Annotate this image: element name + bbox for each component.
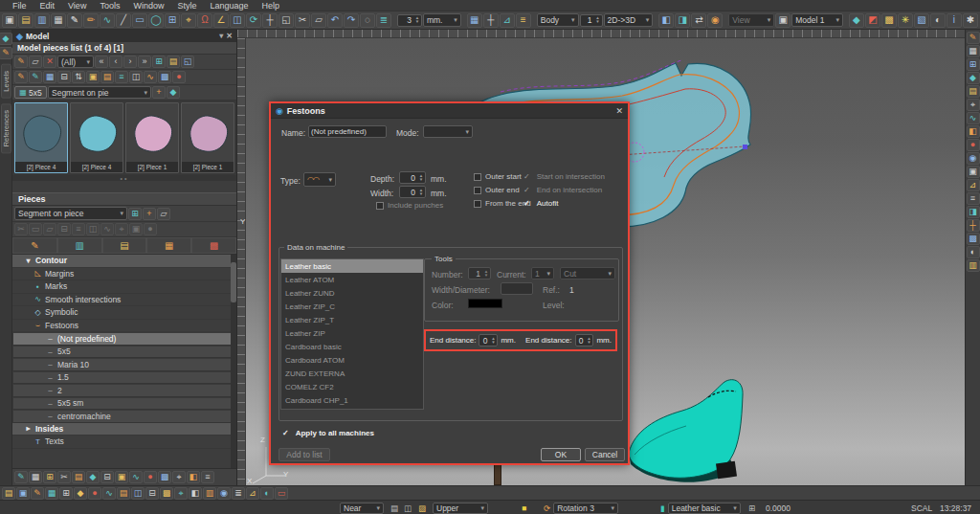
dot-tool-icon[interactable]: ●: [144, 223, 157, 235]
rectangle-icon[interactable]: ▭: [132, 13, 147, 28]
prev-piece-icon[interactable]: ‹: [109, 56, 122, 68]
machine-item[interactable]: Leather basic: [281, 259, 423, 273]
apply-all-machines-checkbox[interactable]: Apply to all machines: [282, 429, 374, 437]
box-icon[interactable]: ▣: [967, 166, 980, 178]
from-end-checkbox[interactable]: From the end: [474, 199, 531, 208]
status-columns-icon[interactable]: ◫: [404, 502, 412, 514]
wave-tool-icon[interactable]: ∿: [100, 223, 114, 235]
piece-thumbnail[interactable]: [2] Piece 1: [125, 102, 179, 173]
spinner-arrows-icon[interactable]: [417, 189, 425, 196]
grid-icon[interactable]: ▦: [967, 45, 980, 57]
status-list-icon[interactable]: ▤: [390, 502, 398, 514]
cut-dropdown[interactable]: Cut: [560, 267, 615, 279]
piece-filter-dropdown[interactable]: (All): [57, 56, 94, 68]
list-icon[interactable]: ▤: [967, 85, 980, 98]
wave-icon[interactable]: ∿: [967, 112, 980, 124]
spinner-arrows-icon[interactable]: [417, 174, 425, 182]
status-layer-icon[interactable]: ■: [522, 502, 526, 514]
snap-icon[interactable]: ⊞: [967, 58, 980, 71]
pencil-icon[interactable]: ✎: [67, 13, 82, 28]
lines-icon[interactable]: ≡: [967, 192, 980, 205]
type-dropdown[interactable]: ◠◠: [303, 172, 336, 187]
target-icon[interactable]: ⌖: [172, 471, 186, 483]
checkbox-icon[interactable]: [376, 202, 384, 210]
grid-tab-icon[interactable]: ▦: [146, 237, 191, 254]
mode-dropdown[interactable]: [423, 125, 473, 138]
grid-gray-icon[interactable]: ▦: [29, 471, 42, 483]
hatch-yellow-icon[interactable]: ▩: [160, 487, 173, 500]
tree-item[interactable]: ◇ Symbolic: [12, 306, 236, 320]
list-orange-icon[interactable]: ▤: [117, 487, 130, 500]
machine-item[interactable]: Leather ZIP: [281, 326, 423, 340]
copies-spinner[interactable]: 1: [580, 14, 603, 27]
wave-teal-icon[interactable]: ∿: [129, 471, 143, 483]
sync-views-icon[interactable]: ⇄: [691, 13, 706, 28]
grid-size-button[interactable]: ▦ 5x5: [14, 86, 47, 99]
diamond-icon[interactable]: ◆: [86, 471, 100, 483]
save-icon[interactable]: ▥: [34, 13, 50, 28]
grid-snap-icon[interactable]: ⊞: [165, 13, 180, 28]
menu-item[interactable]: Window: [126, 1, 170, 11]
tree-item[interactable]: ▾ Contour: [12, 255, 236, 268]
end-on-intersection-option[interactable]: End on intersection: [523, 186, 602, 194]
dialog-close-icon[interactable]: ✕: [615, 106, 623, 116]
menu-item[interactable]: Language: [203, 1, 255, 11]
shading-icon[interactable]: ◐: [930, 13, 946, 28]
folder-icon[interactable]: ▤: [2, 487, 15, 500]
last-piece-icon[interactable]: »: [138, 56, 151, 68]
scale-icon[interactable]: ◱: [278, 13, 294, 28]
settings-icon[interactable]: ✱: [963, 13, 978, 28]
view-2d-icon[interactable]: ◧: [658, 13, 674, 28]
units-dropdown[interactable]: mm.: [423, 13, 461, 27]
half2-icon[interactable]: ◨: [967, 206, 980, 218]
box-blue-icon[interactable]: ▣: [16, 487, 30, 500]
columns-tab-icon[interactable]: ▥: [57, 237, 102, 254]
body-dropdown[interactable]: Body: [537, 13, 579, 27]
model-tab-icon[interactable]: ◆: [0, 33, 12, 45]
duplicate-piece-icon[interactable]: ▱: [29, 56, 42, 68]
line-icon[interactable]: ╱: [116, 13, 131, 28]
menu-item[interactable]: Help: [255, 1, 286, 11]
machine-item[interactable]: Leather ZIP_C: [281, 300, 423, 313]
machine-item[interactable]: ZUND EXTERNA: [281, 367, 423, 380]
zoom-icon[interactable]: ◌: [360, 13, 375, 28]
autofit-option[interactable]: Autofit: [523, 199, 558, 208]
point-icon[interactable]: ●: [172, 71, 186, 83]
width-diameter-input[interactable]: [501, 282, 533, 295]
machine-item[interactable]: Leather ATOM: [281, 273, 423, 286]
target-tool-icon[interactable]: ⌖: [115, 223, 128, 235]
add-to-list-button[interactable]: Add to list: [278, 448, 330, 461]
add-segment-icon[interactable]: +: [152, 86, 166, 99]
offset-spinner[interactable]: 3: [397, 14, 422, 27]
rect-tool-icon[interactable]: ▭: [29, 223, 42, 235]
draw-tab-icon[interactable]: ✎: [12, 237, 57, 254]
minus-tool-icon[interactable]: ⊟: [57, 223, 71, 235]
cut-icon[interactable]: ✂: [57, 471, 71, 483]
depth-spinner[interactable]: 0: [399, 171, 426, 184]
shade-icon[interactable]: ◐: [260, 487, 274, 500]
machine-item[interactable]: Cardboard basic: [281, 340, 423, 353]
stack-icon[interactable]: ≣: [232, 487, 245, 500]
texture-icon[interactable]: ▩: [881, 13, 897, 28]
camera-icon[interactable]: ◉: [967, 152, 980, 165]
segment-add-icon[interactable]: +: [143, 208, 156, 220]
measure-icon[interactable]: ≡: [516, 13, 531, 28]
machine-item[interactable]: Leather ZIP_T: [281, 313, 423, 326]
number-spinner[interactable]: 1: [468, 267, 491, 279]
draw-icon[interactable]: ✎: [967, 32, 980, 44]
edit-piece-icon[interactable]: ✎: [14, 56, 28, 68]
half-icon[interactable]: ◧: [967, 125, 980, 138]
checkbox-icon[interactable]: [474, 173, 481, 181]
panel-menu-icon[interactable]: ▾: [219, 32, 223, 40]
camera-icon[interactable]: ◉: [707, 13, 723, 28]
view-3d-icon[interactable]: ◨: [675, 13, 690, 28]
lighting-icon[interactable]: ✳: [898, 13, 913, 28]
hatch-blue-icon[interactable]: ▩: [158, 471, 171, 483]
mirror-tool-icon[interactable]: ◫: [86, 223, 100, 235]
gem-yellow-icon[interactable]: ◆: [74, 487, 87, 500]
edit-contour-icon[interactable]: ✎: [14, 71, 28, 83]
hatch-icon[interactable]: ▩: [158, 71, 171, 83]
dialog-titlebar[interactable]: ◉ Festoons ✕: [271, 103, 628, 119]
tree-item[interactable]: T Texts: [12, 436, 236, 449]
start-on-intersection-option[interactable]: Start on intersection: [523, 172, 605, 181]
